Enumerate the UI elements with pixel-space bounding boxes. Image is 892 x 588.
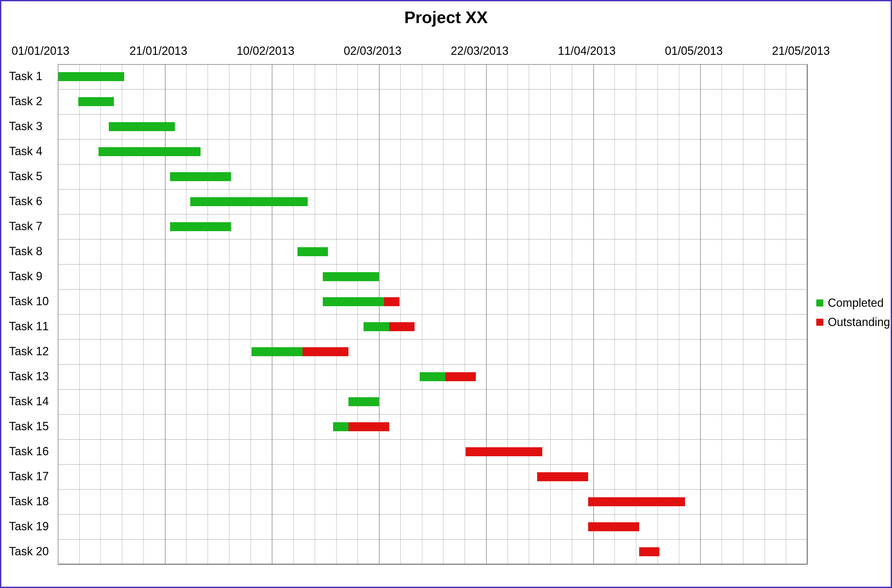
legend-swatch-completed bbox=[816, 300, 823, 306]
gantt-bar bbox=[190, 197, 307, 206]
gridline-h bbox=[58, 364, 807, 364]
gantt-bar bbox=[323, 297, 399, 306]
bar-segment-completed bbox=[98, 147, 200, 156]
bar-segment-completed bbox=[78, 97, 114, 106]
gantt-bar bbox=[78, 97, 114, 106]
bar-segment-completed bbox=[170, 172, 231, 181]
x-axis-date-label: 21/05/2013 bbox=[772, 44, 830, 58]
bar-segment-outstanding bbox=[389, 322, 415, 331]
task-label: Task 20 bbox=[9, 545, 49, 558]
gridline-h bbox=[58, 539, 807, 540]
gantt-bar bbox=[588, 497, 685, 506]
gantt-bar bbox=[466, 447, 542, 456]
legend-item-completed: Completed bbox=[816, 296, 890, 310]
x-axis-date-label: 01/05/2013 bbox=[665, 44, 723, 58]
task-label: Task 10 bbox=[9, 295, 49, 308]
bar-segment-completed bbox=[170, 222, 231, 231]
gantt-bar bbox=[588, 522, 639, 531]
gantt-bar bbox=[251, 347, 349, 356]
bar-segment-completed bbox=[349, 397, 379, 406]
gridline-h bbox=[58, 164, 807, 165]
chart-title: Project XX bbox=[1, 8, 891, 27]
gridline-h bbox=[58, 139, 807, 140]
task-label: Task 16 bbox=[9, 445, 49, 458]
bar-segment-outstanding bbox=[445, 372, 476, 381]
bar-segment-completed bbox=[323, 272, 379, 281]
bar-segment-outstanding bbox=[349, 422, 389, 431]
x-axis-date-label: 21/01/2013 bbox=[129, 44, 187, 58]
task-label: Task 2 bbox=[9, 94, 42, 108]
bar-segment-outstanding bbox=[537, 472, 588, 481]
bar-segment-outstanding bbox=[384, 297, 400, 306]
gantt-bar bbox=[364, 322, 415, 331]
gridline-h bbox=[58, 489, 807, 490]
gridline-h bbox=[58, 64, 807, 65]
task-label: Task 9 bbox=[9, 270, 42, 283]
legend-label-outstanding: Outstanding bbox=[828, 315, 890, 329]
gantt-bar bbox=[170, 172, 231, 181]
gantt-bar bbox=[58, 72, 124, 81]
gantt-bar bbox=[170, 222, 231, 231]
gantt-bar bbox=[98, 147, 200, 156]
bar-segment-outstanding bbox=[466, 447, 542, 456]
bar-segment-completed bbox=[190, 197, 307, 206]
x-axis-date-label: 10/02/2013 bbox=[236, 44, 294, 58]
gridline-h bbox=[58, 239, 807, 240]
gantt-bar bbox=[639, 547, 660, 556]
gantt-bar bbox=[537, 472, 588, 481]
x-axis-date-label: 22/03/2013 bbox=[451, 44, 508, 58]
gridline-h bbox=[58, 89, 807, 90]
task-label: Task 6 bbox=[9, 195, 42, 208]
gridline-h bbox=[58, 264, 807, 264]
task-label: Task 11 bbox=[9, 320, 49, 333]
legend: Completed Outstanding bbox=[816, 296, 890, 335]
gantt-bar bbox=[323, 272, 379, 281]
bar-segment-completed bbox=[109, 122, 175, 131]
task-label: Task 14 bbox=[9, 394, 49, 408]
task-label: Task 17 bbox=[9, 470, 49, 483]
bar-segment-completed bbox=[298, 247, 328, 256]
gantt-bar bbox=[420, 372, 476, 381]
task-label: Task 4 bbox=[9, 145, 42, 158]
gantt-bar bbox=[349, 397, 379, 406]
bar-segment-outstanding bbox=[588, 522, 639, 531]
task-label: Task 3 bbox=[9, 120, 42, 133]
task-label: Task 5 bbox=[9, 170, 42, 183]
bar-segment-completed bbox=[58, 72, 124, 81]
gridline-h bbox=[58, 289, 807, 290]
task-label: Task 15 bbox=[9, 420, 49, 433]
bar-segment-completed bbox=[420, 372, 445, 381]
gridline-h bbox=[58, 314, 807, 315]
gridline-h bbox=[58, 439, 807, 440]
gantt-bar bbox=[333, 422, 389, 431]
gridline-h bbox=[58, 114, 807, 114]
gridline-h bbox=[58, 389, 807, 390]
x-axis-date-label: 11/04/2013 bbox=[558, 44, 616, 58]
bar-segment-completed bbox=[333, 422, 349, 431]
legend-item-outstanding: Outstanding bbox=[816, 315, 890, 329]
bar-segment-outstanding bbox=[302, 347, 349, 356]
task-label: Task 18 bbox=[9, 495, 49, 508]
bar-segment-outstanding bbox=[588, 497, 685, 506]
task-label: Task 1 bbox=[9, 70, 42, 83]
gridline-h bbox=[58, 514, 807, 514]
bar-segment-completed bbox=[251, 347, 302, 356]
legend-label-completed: Completed bbox=[828, 296, 884, 310]
gantt-bar bbox=[109, 122, 175, 131]
task-label: Task 8 bbox=[9, 244, 42, 258]
gridline-h bbox=[58, 189, 807, 189]
task-label: Task 7 bbox=[9, 220, 42, 233]
legend-swatch-outstanding bbox=[816, 319, 823, 326]
x-axis-date-label: 01/01/2013 bbox=[12, 44, 69, 58]
gantt-plot-area bbox=[58, 64, 807, 564]
gridline-h bbox=[58, 464, 807, 465]
x-axis-date-label: 02/03/2013 bbox=[344, 44, 402, 58]
task-label: Task 13 bbox=[9, 370, 49, 383]
task-label: Task 19 bbox=[9, 520, 49, 533]
gantt-bar bbox=[298, 247, 328, 256]
gridline-h bbox=[58, 214, 807, 214]
bar-segment-completed bbox=[323, 297, 384, 306]
gridline-h bbox=[58, 564, 807, 565]
gridline-major-v bbox=[807, 64, 808, 564]
bar-segment-outstanding bbox=[639, 547, 660, 556]
